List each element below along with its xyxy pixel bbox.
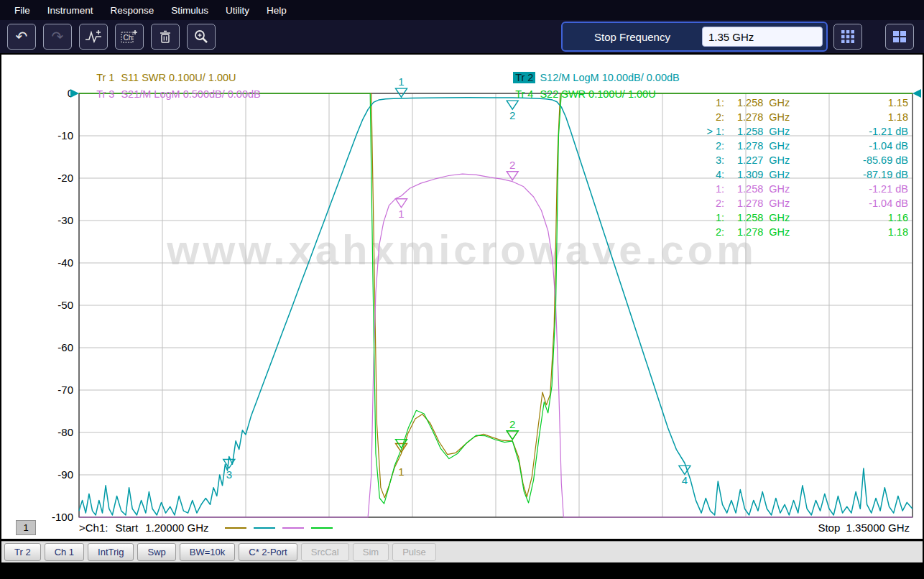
y-axis-label: -100	[52, 511, 73, 523]
vna-application-window: FileInstrumentResponseStimulusUtilityHel…	[0, 0, 924, 579]
menu-item-file[interactable]: File	[6, 2, 39, 19]
menu-item-utility[interactable]: Utility	[217, 2, 258, 19]
keypad-button[interactable]	[833, 24, 862, 50]
redo-button: ↷	[43, 24, 72, 50]
add-channel-button[interactable]: Ch	[115, 24, 144, 50]
marker-label-tr4-2: 2	[509, 418, 515, 430]
marker-number: > 1:	[691, 126, 724, 137]
trace3-header[interactable]: Tr 3S21/M LogM 0.500dB/ 0.00dB	[77, 77, 261, 111]
marker-number: 2:	[691, 198, 724, 209]
add-channel-icon: Ch	[121, 29, 138, 44]
display-layout-button[interactable]	[885, 24, 914, 50]
marker-tr3-2[interactable]	[507, 172, 518, 180]
stop-label: Stop	[818, 522, 840, 534]
marker-number: 1:	[691, 212, 724, 223]
marker-readout-row: 2:1.278 GHz-1.04 dB	[691, 139, 908, 153]
y-axis-label: -20	[57, 172, 73, 184]
marker-frequency: 1.227 GHz	[724, 154, 832, 166]
marker-value: -1.21 dB	[832, 183, 908, 195]
marker-number: 2:	[691, 111, 724, 123]
marker-readout-row: 3:1.227 GHz-85.69 dB	[691, 153, 908, 167]
channel-tab[interactable]: 1	[16, 520, 36, 535]
marker-frequency: 1.278 GHz	[724, 140, 832, 152]
marker-frequency: 1.258 GHz	[724, 126, 832, 137]
status-button-inttrig[interactable]: IntTrig	[88, 543, 134, 561]
menu-item-response[interactable]: Response	[102, 2, 163, 19]
marker-frequency: 1.278 GHz	[724, 111, 832, 123]
menu-bar: FileInstrumentResponseStimulusUtilityHel…	[0, 0, 924, 20]
marker-number: 4:	[691, 169, 724, 180]
trace4-header[interactable]: Tr 4S22 SWR 0.100U/ 1.00U	[496, 77, 656, 111]
ref-level-indicator-right	[913, 89, 921, 98]
marker-readout-row: 2:1.278 GHz1.18	[691, 110, 908, 124]
status-bar: Tr 2Ch 1IntTrigSwpBW=10kC* 2-PortSrcCalS…	[1, 541, 923, 562]
keypad-icon	[840, 29, 856, 45]
undo-button[interactable]: ↶	[7, 24, 36, 50]
legend-swatch-tr4	[311, 527, 333, 529]
marker-tr2-1[interactable]	[396, 88, 407, 97]
marker-readout-row: 1:1.258 GHz1.16	[691, 210, 908, 225]
zoom-in-icon	[193, 29, 209, 45]
menu-item-help[interactable]: Help	[258, 2, 295, 19]
trace4-desc: S22 SWR 0.100U/ 1.00U	[540, 88, 655, 100]
y-axis-label: -50	[57, 299, 73, 311]
status-button-c-2-port[interactable]: C* 2-Port	[239, 543, 297, 561]
y-axis-labels: 0-10-20-30-40-50-60-70-80-90-100	[52, 87, 73, 523]
svg-text:Ch: Ch	[124, 34, 133, 42]
add-trace-icon	[85, 29, 102, 44]
stop-frequency-label: Stop Frequency	[563, 31, 702, 43]
status-button-swp[interactable]: Swp	[137, 543, 175, 561]
marker-frequency: 1.258 GHz	[724, 183, 832, 195]
undo-icon: ↶	[16, 29, 28, 44]
marker-number: 2:	[691, 226, 724, 238]
display-layout-icon	[892, 29, 907, 45]
marker-label-tr1-1: 1	[398, 465, 404, 478]
zoom-button[interactable]	[187, 24, 216, 50]
marker-number: 1:	[691, 183, 724, 195]
trace3-chip: Tr 3	[94, 88, 116, 100]
start-value: 1.20000 GHz	[145, 522, 208, 534]
marker-frequency: 1.278 GHz	[724, 226, 832, 238]
y-axis-label: -80	[57, 426, 73, 438]
y-axis-label: -40	[57, 256, 73, 269]
marker-value: -1.04 dB	[832, 198, 908, 209]
marker-label-tr3-1: 1	[398, 208, 404, 220]
y-axis-label: -10	[57, 129, 73, 142]
marker-frequency: 1.258 GHz	[724, 212, 832, 223]
marker-number: 2:	[691, 140, 724, 152]
legend-swatch-tr3	[282, 527, 304, 529]
marker-readout-row: > 1:1.258 GHz-1.21 dB	[691, 124, 908, 139]
marker-number: 3:	[691, 154, 724, 166]
marker-value: 1.16	[832, 212, 908, 223]
add-trace-button[interactable]	[79, 24, 108, 50]
measurement-panel: www.xahxmicrowave.com 0-10-20-30-40-50-6…	[1, 55, 923, 539]
menu-item-instrument[interactable]: Instrument	[39, 2, 102, 19]
marker-number: 1:	[691, 97, 724, 108]
marker-label-tr3-2: 2	[509, 159, 515, 171]
status-button-ch-1[interactable]: Ch 1	[45, 543, 84, 561]
marker-value: -1.21 dB	[832, 126, 908, 137]
marker-label-tr2-4: 4	[682, 474, 688, 486]
marker-tr3-1[interactable]	[396, 199, 407, 208]
marker-frequency: 1.278 GHz	[724, 198, 832, 209]
stop-frequency-input[interactable]	[702, 27, 823, 47]
marker-readout-row: 4:1.309 GHz-87.19 dB	[691, 167, 908, 182]
status-button-tr-2[interactable]: Tr 2	[4, 543, 41, 561]
redo-icon: ↷	[52, 29, 64, 44]
trash-icon	[158, 29, 172, 44]
status-button-sim: Sim	[353, 543, 389, 561]
y-axis-label: -90	[57, 468, 73, 481]
marker-readout-row: 1:1.258 GHz1.15	[691, 96, 908, 110]
stop-range: Stop 1.35000 GHz	[818, 522, 910, 534]
trace4-chip: Tr 4	[513, 88, 535, 100]
menu-item-stimulus[interactable]: Stimulus	[162, 2, 217, 19]
marker-frequency: 1.258 GHz	[724, 97, 832, 108]
trace3-desc: S21/M LogM 0.500dB/ 0.00dB	[121, 88, 260, 100]
marker-readout-row: 1:1.258 GHz-1.21 dB	[691, 182, 908, 196]
delete-button[interactable]	[151, 24, 180, 50]
start-label: Start	[115, 522, 138, 534]
y-axis-label: -70	[57, 384, 73, 396]
status-button-srccal: SrcCal	[301, 543, 349, 561]
status-button-bw-10k[interactable]: BW=10k	[180, 543, 236, 561]
marker-frequency: 1.309 GHz	[724, 169, 832, 180]
